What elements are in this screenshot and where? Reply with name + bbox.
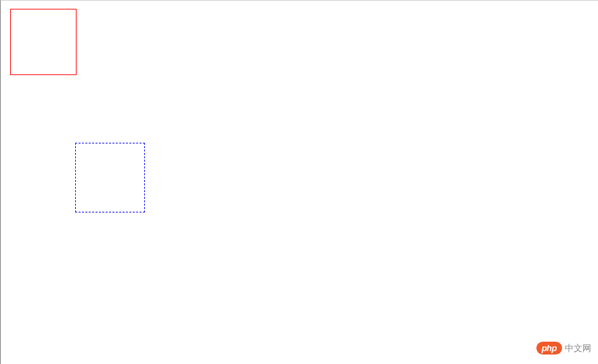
watermark: php 中文网 xyxy=(536,342,591,355)
watermark-text: 中文网 xyxy=(565,342,591,355)
red-solid-box xyxy=(10,9,77,75)
watermark-badge: php xyxy=(536,342,562,355)
blue-dashed-box xyxy=(75,143,145,212)
